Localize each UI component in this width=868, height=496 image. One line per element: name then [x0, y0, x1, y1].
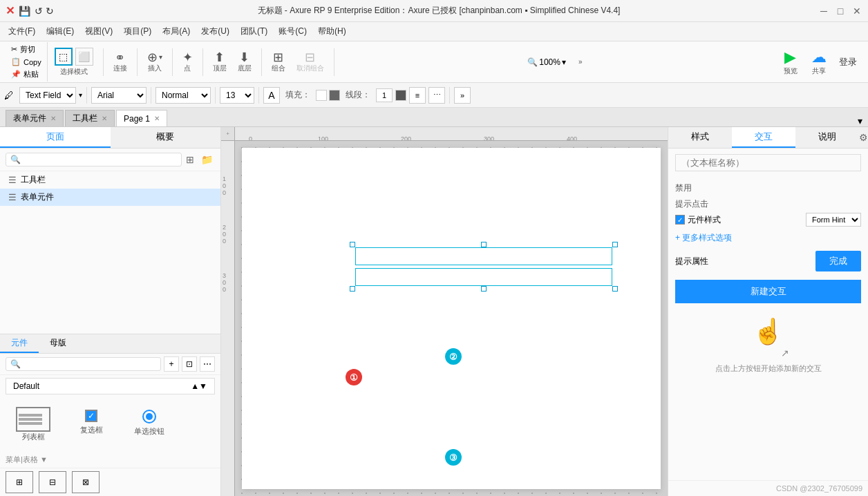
canvas-content[interactable]: ① [235, 141, 668, 496]
menu-edit[interactable]: 编辑(E) [41, 23, 79, 40]
more-button[interactable]: » [574, 57, 587, 67]
pages-add-folder[interactable]: 📁 [198, 151, 215, 168]
new-interaction-button[interactable]: 新建交互 [675, 280, 861, 303]
widget-name-input[interactable] [675, 154, 861, 171]
component-style-select[interactable]: Form Hint [806, 213, 861, 227]
share-button[interactable]: ☁ 共享 [804, 47, 833, 77]
panel-settings-button[interactable]: ⚙ [859, 127, 868, 148]
ungroup-button[interactable]: ⊟ 取消组合 [292, 50, 328, 75]
tabs-right-area: ▾ [852, 115, 868, 126]
grid-view-icon[interactable]: ⊟ [39, 471, 66, 493]
page-item-toolbar[interactable]: ☰ 工具栏 [0, 171, 220, 189]
paste-button[interactable]: 📌 粘贴 [10, 68, 43, 80]
tabs-more-button[interactable]: ▾ [858, 115, 862, 126]
tab-note[interactable]: 说明 [795, 127, 859, 148]
handle-tl[interactable] [350, 242, 355, 247]
elements-more-button[interactable]: ⋯ [200, 356, 215, 372]
tab-page1-label: Page 1 [124, 114, 150, 124]
zoom-control[interactable]: 🔍 100% ▾ [527, 57, 566, 67]
element-listbox[interactable]: 列表框 [6, 403, 61, 446]
handle-br[interactable] [612, 286, 618, 292]
element-radio[interactable]: 单选按钮 [122, 403, 177, 446]
tab-interact[interactable]: 交互 [732, 127, 795, 148]
handle-bc[interactable] [481, 286, 487, 292]
main-toolbar: ✂ 剪切 📋 Copy 📌 粘贴 ⬚ ⬜ 选择模式 ⚭ 连接 [0, 41, 868, 83]
elements-search-input[interactable] [6, 357, 161, 371]
point-button[interactable]: ✦ 点 [178, 50, 197, 75]
font-select[interactable]: Arial [91, 87, 147, 104]
tab-masters[interactable]: 母版 [39, 334, 77, 353]
table-view-icon[interactable]: ⊞ [6, 471, 33, 493]
menu-view[interactable]: 视图(V) [79, 23, 118, 40]
maximize-button[interactable]: □ [835, 6, 846, 17]
textfield-box-2[interactable] [355, 268, 612, 286]
cut-button[interactable]: ✂ 剪切 [10, 44, 43, 55]
done-button[interactable]: 完成 [815, 251, 861, 271]
grid-icon: ⊟ [49, 477, 56, 487]
handle-tr[interactable] [612, 242, 618, 247]
elements-add-button[interactable]: + [164, 356, 179, 372]
undo-icon[interactable]: ↺ [35, 6, 43, 17]
save-icon[interactable]: 💾 [19, 6, 30, 17]
menu-team[interactable]: 团队(T) [235, 23, 273, 40]
fill-color-box[interactable] [316, 90, 327, 101]
textfield-box[interactable] [355, 247, 612, 265]
menu-table-label[interactable]: 菜单|表格 ▼ [0, 452, 220, 468]
more-format-button[interactable]: » [454, 87, 471, 104]
cursor-arrow-icon: ↗ [781, 347, 789, 359]
style-select[interactable]: Normal [155, 87, 211, 104]
menu-project[interactable]: 项目(P) [118, 23, 157, 40]
menu-file[interactable]: 文件(F) [3, 23, 41, 40]
widget-type-select[interactable]: Text Field [19, 87, 76, 104]
tab-toolbar-close[interactable]: ✕ [102, 115, 107, 122]
handle-tc[interactable] [481, 242, 487, 247]
group-button[interactable]: ⊞ 组合 [267, 50, 290, 75]
stroke-width-input[interactable] [376, 88, 393, 102]
bottom-layer-button[interactable]: ⬇ 底层 [234, 50, 256, 75]
copy-button[interactable]: 📋 Copy [10, 57, 43, 67]
stroke-style-button[interactable]: ≡ [409, 87, 426, 104]
tab-table-elements[interactable]: 表单元件 ✕ [6, 110, 64, 126]
component-style-checkbox[interactable]: ✓ [675, 215, 685, 225]
elements-copy-button[interactable]: ⊡ [182, 356, 197, 372]
minimize-button[interactable]: ─ [818, 6, 829, 17]
fill-color-dark[interactable] [329, 90, 340, 101]
preview-button[interactable]: ▶ 预览 [777, 47, 804, 77]
more-styles-link[interactable]: + 更多样式选项 [675, 231, 861, 245]
fontsize-select[interactable]: 13 [220, 87, 254, 104]
element-checkbox[interactable]: ✓ 复选框 [64, 403, 119, 446]
connect-button[interactable]: ⚭ 连接 [109, 50, 131, 75]
menu-help[interactable]: 帮助(H) [312, 23, 352, 40]
tab-outline[interactable]: 概要 [111, 127, 221, 148]
stroke-more-button[interactable]: ⋯ [428, 87, 445, 104]
login-button[interactable]: 登录 [833, 56, 862, 68]
pages-search-input[interactable] [6, 153, 182, 166]
close-button[interactable]: ✕ [851, 6, 862, 17]
tab-style[interactable]: 样式 [668, 127, 732, 148]
top-layer-button[interactable]: ⬆ 顶层 [209, 50, 231, 75]
menu-layout[interactable]: 布局(A) [157, 23, 196, 40]
stroke-color-box[interactable] [395, 90, 406, 101]
split-view-icon[interactable]: ⊠ [72, 471, 100, 493]
tab-page1[interactable]: Page 1 ✕ [116, 110, 167, 126]
tab-elements[interactable]: 元件 [0, 334, 39, 353]
font-color-button[interactable]: A [263, 87, 280, 104]
select-mode-group[interactable]: ⬚ ⬜ 选择模式 [50, 48, 97, 77]
cursor-icon-container: ☝ ↗ [748, 317, 789, 359]
canvas-area[interactable]: + 0 100 200 300 400 100 200 300 [221, 127, 668, 496]
menu-account[interactable]: 账号(C) [273, 23, 312, 40]
widget-textfield[interactable] [352, 245, 615, 289]
page-item-toolbar-icon: ☰ [8, 175, 17, 185]
menu-publish[interactable]: 发布(U) [196, 23, 235, 40]
pages-grid-view[interactable]: ⊞ [182, 151, 198, 168]
default-dropdown[interactable]: Default ▲▼ [6, 378, 215, 394]
default-dropdown-label: Default [13, 381, 39, 391]
insert-button[interactable]: ⊕ ▾ 插入 [143, 50, 167, 75]
page-item-table-elements[interactable]: ☰ 表单元件 [0, 189, 220, 206]
handle-bl[interactable] [350, 286, 355, 292]
tab-page1-close[interactable]: ✕ [154, 115, 160, 122]
tab-pages[interactable]: 页面 [0, 127, 111, 148]
tab-table-elements-close[interactable]: ✕ [50, 115, 56, 122]
redo-icon[interactable]: ↻ [46, 6, 54, 17]
tab-toolbar[interactable]: 工具栏 ✕ [65, 110, 115, 126]
